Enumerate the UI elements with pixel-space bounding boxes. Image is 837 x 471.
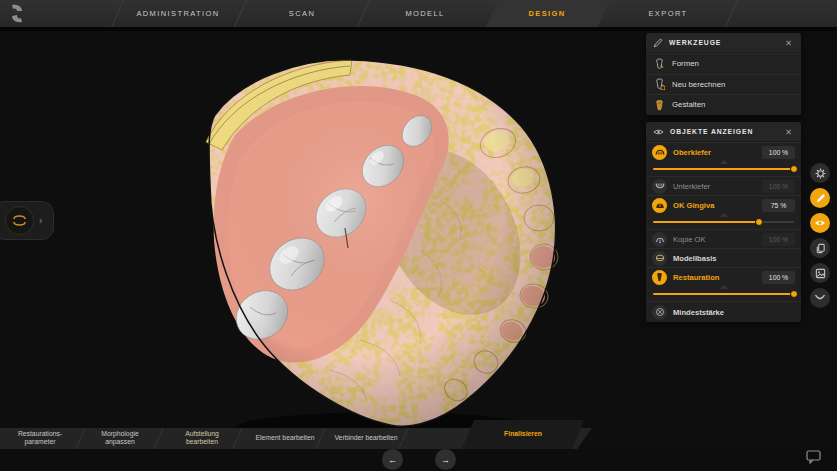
tab-divider bbox=[234, 0, 247, 27]
workflow-divider bbox=[75, 428, 85, 449]
left-flyout-handle[interactable]: › bbox=[0, 201, 54, 240]
tab-divider bbox=[111, 0, 124, 27]
step-element-bearbeiten[interactable]: Element bearbeiten bbox=[256, 434, 315, 442]
step-morphologie-anpassen[interactable]: Morphologie anpassen bbox=[101, 430, 138, 446]
pencil-icon bbox=[815, 193, 826, 204]
app-logo-icon bbox=[9, 4, 25, 23]
copy-jaw-icon bbox=[652, 232, 667, 247]
slider-knob[interactable] bbox=[790, 290, 798, 298]
gingiva-icon bbox=[652, 198, 667, 213]
restoration-icon bbox=[652, 270, 667, 285]
upper-jaw-icon bbox=[652, 145, 667, 160]
object-label: Mindeststärke bbox=[673, 308, 795, 317]
object-row-unterkiefer[interactable]: Unterkiefer 100 % bbox=[646, 176, 801, 195]
image-icon bbox=[815, 268, 826, 279]
object-row-mindeststaerke[interactable]: Mindeststärke bbox=[646, 301, 801, 322]
object-label: Restauration bbox=[673, 273, 756, 282]
tab-divider bbox=[357, 0, 370, 27]
visibility-button[interactable] bbox=[810, 213, 830, 233]
ok-gingiva-slider[interactable] bbox=[646, 214, 801, 229]
workflow-divider bbox=[398, 428, 408, 449]
tool-item-formen[interactable]: Formen bbox=[646, 53, 801, 74]
upper-jaw-icon bbox=[13, 214, 26, 220]
tab-scan[interactable]: SCAN bbox=[289, 0, 315, 27]
step-finalisieren[interactable]: Finalisieren bbox=[504, 430, 542, 438]
step-aufstellung-bearbeiten[interactable]: Aufstellung bearbeiten bbox=[185, 430, 219, 446]
restauration-slider[interactable] bbox=[646, 286, 801, 301]
model-base-icon bbox=[652, 251, 667, 266]
min-thickness-icon bbox=[652, 305, 667, 320]
tooth-refresh-icon bbox=[654, 78, 665, 90]
tools-panel-header[interactable]: WERKZEUGE ✕ bbox=[646, 33, 801, 53]
screenshot-button[interactable] bbox=[810, 263, 830, 283]
smile-arch-icon bbox=[814, 293, 826, 303]
tab-administration[interactable]: ADMINISTRATION bbox=[136, 0, 219, 27]
object-row-restauration[interactable]: Restauration 100 % bbox=[646, 267, 801, 286]
object-label: Modellbasis bbox=[673, 254, 795, 263]
tool-item-label: Gestalten bbox=[672, 100, 705, 109]
copy-icon bbox=[815, 243, 826, 254]
workflow-divider bbox=[315, 428, 325, 449]
gear-icon bbox=[815, 168, 826, 179]
edit-tool-button[interactable] bbox=[810, 188, 830, 208]
object-value: 100 % bbox=[762, 146, 795, 159]
tab-design[interactable]: DESIGN bbox=[528, 0, 565, 27]
objects-panel-header[interactable]: OBJEKTE ANZEIGEN ✕ bbox=[646, 122, 801, 142]
topbar-separator bbox=[0, 27, 837, 31]
tools-panel: WERKZEUGE ✕ Formen Neu berechnen Gestalt… bbox=[646, 33, 801, 115]
objects-panel-title: OBJEKTE ANZEIGEN bbox=[670, 128, 777, 135]
eye-icon bbox=[653, 128, 664, 136]
chevron-right-icon: › bbox=[39, 215, 42, 226]
top-navigation-bar: ADMINISTRATION SCAN MODELL DESIGN EXPORT bbox=[0, 0, 837, 27]
tab-export[interactable]: EXPORT bbox=[648, 0, 687, 27]
step-verbinder-bearbeiten[interactable]: Verbinder bearbeiten bbox=[334, 434, 397, 442]
workflow-divider bbox=[232, 428, 242, 449]
object-value: 100 % bbox=[762, 271, 795, 284]
tool-pencil-icon bbox=[653, 38, 663, 48]
slider-notch bbox=[720, 160, 728, 164]
tooth-cursor-icon bbox=[654, 58, 665, 70]
tool-item-gestalten[interactable]: Gestalten bbox=[646, 94, 801, 115]
tools-panel-title: WERKZEUGE bbox=[669, 39, 777, 46]
jaw-view-button[interactable] bbox=[810, 288, 830, 308]
jaw-toggle-badge[interactable] bbox=[5, 206, 34, 235]
object-value: 100 % bbox=[762, 180, 795, 193]
slider-knob[interactable] bbox=[790, 165, 798, 173]
oberkiefer-slider[interactable] bbox=[646, 161, 801, 176]
close-icon[interactable]: ✕ bbox=[783, 37, 794, 49]
object-row-kopie-ok[interactable]: Kopie OK 100 % bbox=[646, 229, 801, 248]
tooth-shape-icon bbox=[654, 99, 665, 111]
objects-panel: OBJEKTE ANZEIGEN ✕ Oberkiefer 100 % Unte… bbox=[646, 122, 801, 322]
arrow-right-icon: → bbox=[441, 455, 450, 465]
arrow-left-icon: ← bbox=[388, 455, 397, 465]
step-restaurationsparameter[interactable]: Restaurations- parameter bbox=[18, 430, 62, 446]
right-tool-rail bbox=[810, 163, 830, 308]
close-icon[interactable]: ✕ bbox=[783, 126, 794, 138]
slider-notch bbox=[720, 285, 728, 289]
object-value: 100 % bbox=[762, 233, 795, 246]
copy-view-button[interactable] bbox=[810, 238, 830, 258]
lower-jaw-icon bbox=[652, 179, 667, 194]
workflow-divider bbox=[153, 428, 163, 449]
slider-knob[interactable] bbox=[755, 218, 763, 226]
object-row-ok-gingiva[interactable]: OK Gingiva 75 % bbox=[646, 195, 801, 214]
tab-modell[interactable]: MODELL bbox=[405, 0, 444, 27]
scan-settings-button[interactable] bbox=[810, 163, 830, 183]
object-label: OK Gingiva bbox=[673, 201, 756, 210]
chat-bubble-icon[interactable] bbox=[806, 450, 822, 464]
next-step-button[interactable]: → bbox=[435, 449, 456, 470]
previous-step-button[interactable]: ← bbox=[382, 449, 403, 470]
eye-icon bbox=[814, 217, 826, 229]
object-label: Unterkiefer bbox=[673, 182, 756, 191]
tool-item-neu-berechnen[interactable]: Neu berechnen bbox=[646, 74, 801, 95]
object-row-modellbasis[interactable]: Modellbasis bbox=[646, 248, 801, 267]
dental-cad-window: ADMINISTRATION SCAN MODELL DESIGN EXPORT… bbox=[0, 0, 837, 471]
slider-notch bbox=[720, 213, 728, 217]
object-label: Kopie OK bbox=[673, 235, 756, 244]
lower-jaw-icon bbox=[13, 221, 26, 227]
object-value: 75 % bbox=[762, 199, 795, 212]
object-row-oberkiefer[interactable]: Oberkiefer 100 % bbox=[646, 142, 801, 161]
tool-item-label: Formen bbox=[672, 59, 699, 68]
tool-item-label: Neu berechnen bbox=[672, 80, 725, 89]
object-label: Oberkiefer bbox=[673, 148, 756, 157]
